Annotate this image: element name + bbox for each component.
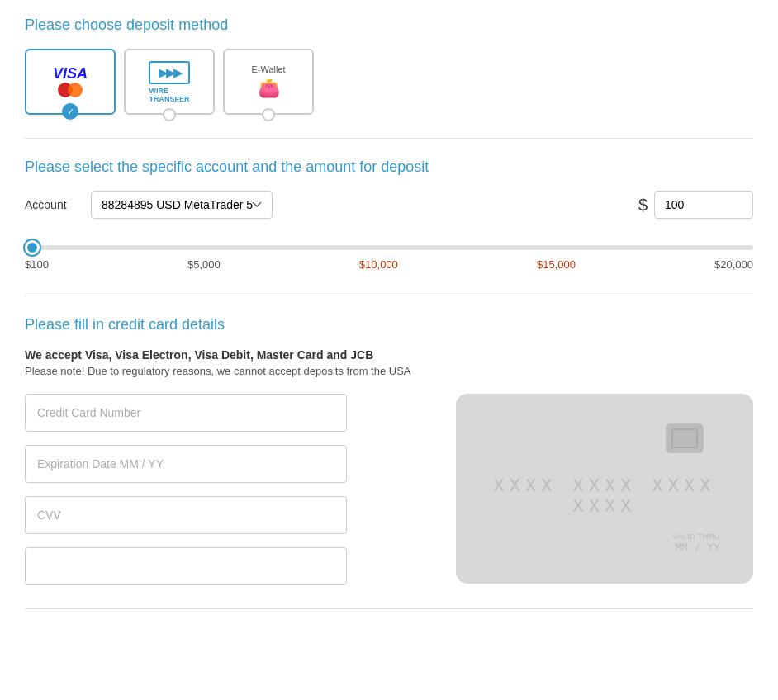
account-select[interactable]: 88284895 USD MetaTrader 5 bbox=[91, 191, 273, 219]
deposit-method-options: VISA ✓ ▶▶▶ WIRETRANSFER E-Wallet 👛 bbox=[25, 49, 753, 115]
method-ewallet[interactable]: E-Wallet 👛 bbox=[223, 49, 314, 115]
slider-labels: $100 $5,000 $10,000 $15,000 $20,000 bbox=[25, 258, 753, 271]
selected-checkmark-icon: ✓ bbox=[62, 103, 78, 120]
slider-label-min: $100 bbox=[25, 258, 49, 271]
card-expiry-display: MM / YY bbox=[675, 542, 720, 554]
card-chip-icon bbox=[666, 423, 704, 453]
dollar-sign-icon: $ bbox=[638, 196, 648, 215]
visa-mc-logo: VISA bbox=[53, 66, 88, 97]
amount-group: $ bbox=[638, 191, 753, 219]
wire-arrows-icon: ▶▶▶ bbox=[159, 66, 181, 79]
slider-label-5k: $5,000 bbox=[187, 258, 221, 271]
account-label: Account bbox=[25, 198, 74, 211]
mc-circle-orange bbox=[68, 83, 83, 97]
account-section-title: Please select the specific account and t… bbox=[25, 158, 753, 176]
wire-radio[interactable] bbox=[163, 108, 176, 121]
card-number-display: XXXX XXXX XXXX XXXX bbox=[481, 476, 728, 518]
card-form-row: XXXX XXXX XXXX XXXX VALID THRU MM / YY bbox=[25, 394, 753, 585]
ewallet-label: E-Wallet bbox=[251, 64, 285, 74]
wallet-icon: 👛 bbox=[258, 78, 280, 99]
card-details-section: Please fill in credit card details We ac… bbox=[25, 316, 753, 585]
visa-text: VISA bbox=[53, 66, 88, 81]
amount-input[interactable] bbox=[654, 191, 753, 219]
amount-slider[interactable] bbox=[25, 245, 753, 250]
warning-text: Please note! Due to regulatory reasons, … bbox=[25, 365, 753, 377]
slider-label-15k: $15,000 bbox=[537, 258, 576, 271]
expiry-input[interactable] bbox=[25, 445, 347, 483]
mastercard-circles bbox=[58, 83, 83, 97]
wire-box: ▶▶▶ bbox=[149, 61, 190, 84]
wire-transfer-logo: ▶▶▶ WIRETRANSFER bbox=[149, 61, 190, 103]
wire-transfer-label: WIRETRANSFER bbox=[149, 87, 190, 103]
section-divider-3 bbox=[25, 608, 753, 609]
method-visa-mc[interactable]: VISA ✓ bbox=[25, 49, 116, 115]
method-wire-transfer[interactable]: ▶▶▶ WIRETRANSFER bbox=[124, 49, 215, 115]
amount-slider-container: $100 $5,000 $10,000 $15,000 $20,000 bbox=[25, 239, 753, 271]
ewallet-logo: E-Wallet 👛 bbox=[251, 64, 285, 99]
section-divider-1 bbox=[25, 138, 753, 139]
slider-label-10k: $10,000 bbox=[359, 258, 398, 271]
ewallet-radio[interactable] bbox=[262, 108, 275, 121]
card-fields bbox=[25, 394, 423, 585]
card-details-title: Please fill in credit card details bbox=[25, 316, 753, 333]
card-number-input[interactable] bbox=[25, 394, 347, 432]
extra-input[interactable] bbox=[25, 547, 347, 585]
slider-label-max: $20,000 bbox=[714, 258, 753, 271]
account-row: Account 88284895 USD MetaTrader 5 $ bbox=[25, 191, 753, 219]
deposit-method-title: Please choose deposit method bbox=[25, 17, 753, 34]
accept-text: We accept Visa, Visa Electron, Visa Debi… bbox=[25, 348, 753, 362]
section-divider-2 bbox=[25, 296, 753, 296]
card-visual: XXXX XXXX XXXX XXXX VALID THRU MM / YY bbox=[456, 394, 753, 584]
cvv-input[interactable] bbox=[25, 496, 347, 534]
card-expiry-label: VALID THRU bbox=[672, 532, 720, 541]
